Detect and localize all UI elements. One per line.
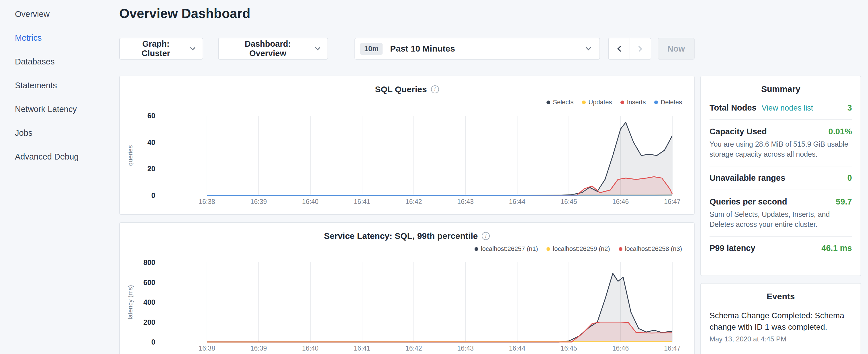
svg-text:16:42: 16:42 [405,198,422,205]
summary-row: Unavailable ranges0 [710,166,852,190]
svg-text:16:41: 16:41 [354,198,371,205]
sql-queries-chart-panel: SQL Queries i SelectsUpdatesInsertsDelet… [119,75,694,215]
svg-text:16:46: 16:46 [612,198,629,205]
sidebar-item-network-latency[interactable]: Network Latency [0,97,103,121]
chart-legend: SelectsUpdatesInsertsDeletes [120,98,694,106]
toolbar: Graph: Cluster Dashboard: Overview 10m P… [119,38,694,60]
chevron-down-icon [190,45,195,50]
svg-text:16:45: 16:45 [560,198,577,205]
svg-text:200: 200 [143,318,155,326]
chevron-right-icon [636,45,642,52]
summary-label: Total Nodes [710,103,756,112]
svg-text:16:44: 16:44 [509,198,526,205]
summary-title: Summary [710,84,852,94]
sidebar-item-statements[interactable]: Statements [0,74,103,97]
legend-label: localhost:26258 (n3) [625,245,682,253]
svg-text:16:45: 16:45 [560,345,577,352]
legend-dot-icon [547,100,550,104]
legend-item: Updates [582,99,612,106]
svg-text:16:40: 16:40 [302,345,319,352]
svg-text:16:43: 16:43 [457,345,474,352]
legend-item: localhost:26257 (n1) [474,245,538,253]
summary-value: 3 [847,103,852,112]
summary-row: P99 latency46.1 ms [710,236,852,260]
svg-text:600: 600 [143,279,155,286]
legend-item: Selects [547,99,574,106]
chart-header: SQL Queries i [120,84,694,95]
right-column: Summary Total NodesView nodes list3Capac… [700,75,861,354]
events-list: Schema Change Completed: Schema change w… [710,310,852,343]
svg-text:16:39: 16:39 [250,345,267,352]
svg-text:20: 20 [147,165,155,173]
legend-dot-icon [654,100,658,104]
sidebar-item-metrics[interactable]: Metrics [0,26,103,50]
sidebar-item-databases[interactable]: Databases [0,50,103,74]
chart-title: SQL Queries [375,85,427,94]
now-button[interactable]: Now [658,38,694,60]
legend-label: localhost:26257 (n1) [481,245,538,253]
events-title: Events [710,292,852,301]
graph-dropdown-label: Graph: Cluster [128,39,184,58]
sidebar-item-overview[interactable]: Overview [0,2,103,26]
svg-text:0: 0 [151,338,155,346]
summary-value: 0.01% [829,127,852,136]
svg-text:60: 60 [147,112,155,120]
svg-text:16:47: 16:47 [664,198,681,205]
sidebar-nav: OverviewMetricsDatabasesStatementsNetwor… [0,0,103,354]
info-icon[interactable]: i [482,232,490,240]
summary-value: 59.7 [836,197,852,206]
time-step-buttons [608,38,651,60]
summary-row: Queries per second59.7Sum of Selects, Up… [710,190,852,236]
time-back-button[interactable] [609,38,630,59]
svg-text:16:40: 16:40 [302,198,319,205]
legend-dot-icon [620,100,624,104]
chevron-left-icon [617,45,623,52]
svg-text:0: 0 [151,191,155,199]
time-forward-button[interactable] [629,38,651,59]
summary-rows: Total NodesView nodes list3Capacity Used… [710,96,852,260]
svg-text:16:41: 16:41 [354,345,371,352]
svg-text:800: 800 [143,258,155,266]
summary-label: Capacity Used [710,127,767,136]
svg-text:latency (ms): latency (ms) [127,285,134,319]
svg-text:16:47: 16:47 [664,345,681,352]
sidebar-item-advanced-debug[interactable]: Advanced Debug [0,145,103,169]
events-panel: Events Schema Change Completed: Schema c… [700,283,861,354]
time-range-picker[interactable]: 10m Past 10 Minutes [354,38,600,60]
legend-label: Selects [553,99,574,106]
info-icon[interactable]: i [431,85,439,93]
page-title: Overview Dashboard [119,6,694,21]
chevron-down-icon [586,45,591,50]
summary-row: Capacity Used0.01%You are using 28.6 MiB… [710,120,852,166]
sql-queries-chart: 16:3816:3916:4016:4116:4216:4316:4416:45… [120,108,694,207]
svg-text:40: 40 [147,138,155,147]
legend-dot-icon [619,247,622,251]
dashboard-dropdown-label: Dashboard: Overview [227,39,309,58]
legend-dot-icon [474,247,478,251]
summary-label: Unavailable ranges [710,173,785,183]
sidebar-item-jobs[interactable]: Jobs [0,121,103,145]
graph-dropdown[interactable]: Graph: Cluster [119,38,203,60]
summary-row: Total NodesView nodes list3 [710,96,852,120]
legend-label: localhost:26259 (n2) [553,245,610,253]
summary-label: Queries per second [710,197,787,206]
chart-header: Service Latency: SQL, 99th percentile i [120,230,694,242]
legend-item: localhost:26259 (n2) [547,245,610,253]
summary-label: P99 latency [710,244,755,253]
chevron-down-icon [315,45,320,50]
svg-text:16:43: 16:43 [457,198,474,205]
time-range-badge: 10m [360,43,382,55]
chart-title: Service Latency: SQL, 99th percentile [324,231,478,241]
view-nodes-link[interactable]: View nodes list [762,104,813,112]
legend-dot-icon [582,100,586,104]
summary-value: 0 [847,173,852,183]
legend-label: Inserts [627,99,646,106]
chart-legend: localhost:26257 (n1)localhost:26259 (n2)… [120,245,694,253]
svg-text:16:38: 16:38 [198,198,215,205]
legend-label: Deletes [660,99,682,106]
dashboard-dropdown[interactable]: Dashboard: Overview [218,38,329,60]
summary-description: You are using 28.6 MiB of 515.9 GiB usab… [710,139,852,159]
legend-item: Inserts [620,99,646,106]
time-range-label: Past 10 Minutes [390,44,455,54]
service-latency-chart-panel: Service Latency: SQL, 99th percentile i … [119,222,694,354]
